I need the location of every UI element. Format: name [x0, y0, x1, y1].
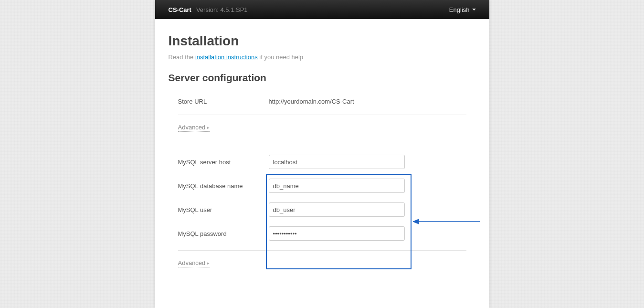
db-section: MySQL server host MySQL database name My…: [178, 155, 466, 241]
advanced-toggle-1[interactable]: Advanced ▸: [178, 124, 210, 132]
advanced-toggle-2[interactable]: Advanced ▸: [178, 259, 210, 267]
page-title: Installation: [169, 33, 476, 49]
language-dropdown[interactable]: English: [449, 6, 476, 13]
divider: [178, 250, 466, 251]
subtitle-text: Read the installation instructions if yo…: [169, 53, 476, 61]
brand-label: CS-Cart: [169, 6, 191, 13]
svg-marker-1: [413, 219, 419, 224]
annotation-arrow-icon: [413, 218, 480, 225]
store-url-label: Store URL: [178, 98, 269, 105]
mysql-user-label: MySQL user: [178, 206, 269, 213]
store-url-row: Store URL http://yourdomain.com/CS-Cart: [178, 98, 466, 105]
version-label: Version: 4.5.1.SP1: [196, 6, 248, 13]
navbar-left: CS-Cart Version: 4.5.1.SP1: [169, 6, 248, 13]
advanced-label: Advanced: [178, 124, 206, 131]
mysql-password-input[interactable]: [269, 226, 405, 241]
mysql-password-row: MySQL password: [178, 226, 466, 241]
content-area: Installation Read the installation instr…: [155, 19, 489, 287]
mysql-dbname-label: MySQL database name: [178, 182, 269, 190]
store-url-value: http://yourdomain.com/CS-Cart: [269, 98, 354, 105]
mysql-host-input[interactable]: [269, 155, 405, 169]
mysql-user-input[interactable]: [269, 202, 405, 217]
form-area: Store URL http://yourdomain.com/CS-Cart …: [169, 98, 476, 267]
advanced-label: Advanced: [178, 259, 206, 266]
mysql-dbname-row: MySQL database name: [178, 179, 466, 193]
mysql-dbname-input[interactable]: [269, 179, 405, 193]
section-title: Server configuration: [169, 72, 476, 84]
mysql-host-row: MySQL server host: [178, 155, 466, 169]
top-navbar: CS-Cart Version: 4.5.1.SP1 English: [155, 0, 489, 19]
chevron-right-icon: ▸: [207, 261, 210, 266]
subtitle-before: Read the: [169, 53, 195, 61]
language-label: English: [449, 6, 470, 13]
subtitle-after: if you need help: [258, 53, 303, 61]
chevron-right-icon: ▸: [207, 125, 210, 130]
caret-down-icon: [472, 9, 476, 11]
mysql-password-label: MySQL password: [178, 230, 269, 237]
main-container: CS-Cart Version: 4.5.1.SP1 English Insta…: [155, 0, 489, 308]
instructions-link[interactable]: installation instructions: [195, 53, 258, 61]
mysql-user-row: MySQL user: [178, 202, 466, 217]
divider: [178, 115, 466, 115]
mysql-host-label: MySQL server host: [178, 159, 269, 166]
